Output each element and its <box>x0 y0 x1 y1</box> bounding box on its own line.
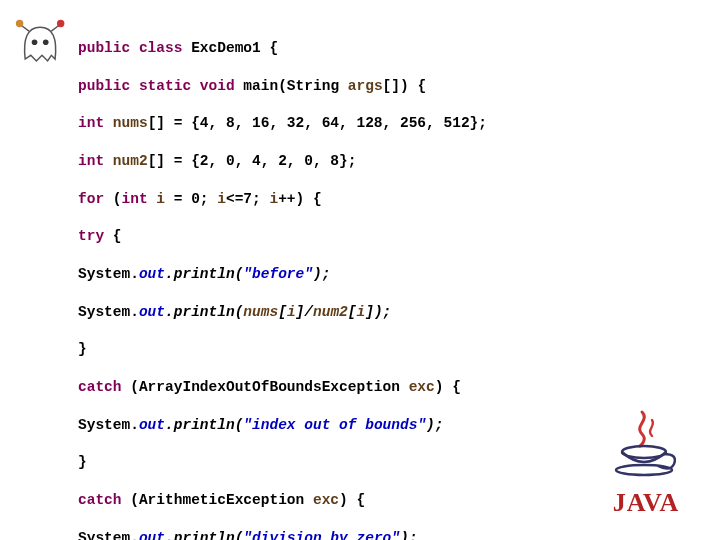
java-cup-icon <box>606 406 686 486</box>
svg-point-2 <box>57 20 64 27</box>
svg-point-3 <box>16 20 23 27</box>
code-line: int num2[] = {2, 0, 4, 2, 0, 8}; <box>78 152 487 171</box>
code-line: System.out.println(nums[i]/num2[i]); <box>78 303 487 322</box>
code-line: System.out.println("index out of bounds"… <box>78 416 487 435</box>
code-line: for (int i = 0; i<=7; i++) { <box>78 190 487 209</box>
code-line: int nums[] = {4, 8, 16, 32, 64, 128, 256… <box>78 114 487 133</box>
svg-point-1 <box>43 39 49 45</box>
code-line: } <box>78 340 487 359</box>
code-line: try { <box>78 227 487 246</box>
svg-point-0 <box>32 39 38 45</box>
svg-point-5 <box>616 465 672 475</box>
java-logo-text: JAVA <box>596 486 696 520</box>
code-line: catch (ArrayIndexOutOfBoundsException ex… <box>78 378 487 397</box>
code-line: System.out.println("division by zero"); <box>78 529 487 540</box>
ghost-mascot-icon <box>14 18 70 74</box>
code-line: catch (ArithmeticException exc) { <box>78 491 487 510</box>
java-logo: JAVA <box>596 406 696 520</box>
code-line: public class ExcDemo1 { <box>78 39 487 58</box>
code-line: System.out.println("before"); <box>78 265 487 284</box>
code-block: public class ExcDemo1 { public static vo… <box>78 20 487 540</box>
code-line: public static void main(String args[]) { <box>78 77 487 96</box>
code-line: } <box>78 453 487 472</box>
